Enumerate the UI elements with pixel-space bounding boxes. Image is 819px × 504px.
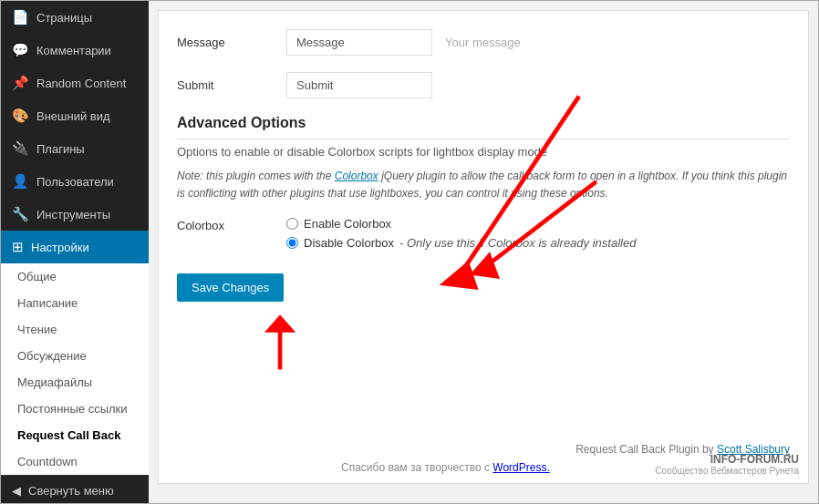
svg-marker-5 (267, 316, 293, 331)
colorbox-row: Colorbox Enable Colorbox Disable Colorbo… (177, 217, 790, 250)
watermark-line2: Сообщество Вебмастеров Рунета (655, 466, 799, 476)
disable-colorbox-option[interactable]: Disable Colorbox - Only use this if Colo… (286, 236, 636, 250)
submenu-writing[interactable]: Написание (1, 290, 149, 316)
colorbox-options: Enable Colorbox Disable Colorbox - Only … (286, 217, 636, 250)
collapse-icon: ◀ (12, 484, 21, 498)
comments-icon: 💬 (12, 42, 29, 58)
settings-icon: ⊞ (12, 239, 24, 255)
advanced-options-desc: Options to enable or disable Colorbox sc… (177, 145, 790, 159)
tools-icon: 🔧 (12, 206, 29, 222)
message-input[interactable] (286, 29, 432, 56)
sidebar-item-pages[interactable]: 📄 Страницы (1, 1, 149, 34)
submenu-general[interactable]: Общие (1, 263, 149, 290)
submenu-countdown[interactable]: Countdown (1, 448, 149, 475)
submenu-media[interactable]: Медиафайлы (1, 369, 149, 396)
sidebar-item-settings[interactable]: ⊞ Настройки (1, 231, 149, 263)
watermark: INFO-FORUM.RU Сообщество Вебмастеров Рун… (655, 453, 799, 476)
sidebar-item-comments[interactable]: 💬 Комментарии (1, 34, 149, 67)
submenu-request-callback[interactable]: Request Call Back (1, 422, 149, 448)
svg-marker-1 (442, 262, 476, 288)
users-icon: 👤 (12, 173, 29, 190)
enable-colorbox-radio[interactable] (286, 218, 298, 230)
collapse-menu-button[interactable]: ◀ Свернуть меню (1, 475, 149, 504)
message-placeholder: Your message (445, 36, 521, 49)
disable-colorbox-radio[interactable] (286, 237, 298, 249)
colorbox-link[interactable]: Colorbox (335, 170, 378, 182)
disable-colorbox-label: Disable Colorbox (304, 236, 394, 250)
sidebar-item-random[interactable]: 📌 Random Content (1, 67, 149, 99)
footer-wp-link[interactable]: WordPress. (492, 461, 549, 474)
disable-colorbox-note: - Only use this if Colorbox is already i… (399, 236, 636, 250)
main-content: Message Your message Submit Advanced Opt… (149, 1, 818, 503)
sidebar-bottom: ◀ Свернуть меню (1, 475, 149, 504)
pages-icon: 📄 (12, 9, 29, 26)
settings-submenu: Общие Написание Чтение Обсуждение Медиаф… (1, 263, 149, 475)
submit-row: Submit (177, 72, 790, 98)
appearance-icon: 🎨 (12, 108, 29, 124)
sidebar: 📄 Страницы 💬 Комментарии 📌 Random Conten… (1, 1, 149, 503)
submit-label: Submit (177, 78, 286, 92)
submenu-reading[interactable]: Чтение (1, 316, 149, 343)
save-changes-button[interactable]: Save Changes (177, 273, 284, 302)
advanced-options-note: Note: this plugin comes with the Colorbo… (177, 168, 790, 202)
watermark-line1: INFO-FORUM.RU (655, 453, 799, 466)
svg-marker-3 (472, 254, 498, 277)
sidebar-item-plugins[interactable]: 🔌 Плагины (1, 132, 149, 165)
message-row: Message Your message (177, 29, 790, 56)
submenu-permalinks[interactable]: Постоянные ссылки (1, 396, 149, 422)
plugins-icon: 🔌 (12, 140, 29, 157)
enable-colorbox-label: Enable Colorbox (304, 217, 391, 231)
colorbox-label: Colorbox (177, 217, 286, 250)
enable-colorbox-option[interactable]: Enable Colorbox (286, 217, 636, 231)
sidebar-item-tools[interactable]: 🔧 Инструменты (1, 198, 149, 231)
submenu-discussion[interactable]: Обсуждение (1, 343, 149, 369)
footer-thanks: Спасибо вам за творчество с WordPress. (341, 461, 550, 474)
random-icon: 📌 (12, 75, 29, 91)
advanced-options-title: Advanced Options (177, 115, 790, 139)
message-label: Message (177, 36, 286, 49)
sidebar-item-appearance[interactable]: 🎨 Внешний вид (1, 99, 149, 132)
content-area: Message Your message Submit Advanced Opt… (158, 10, 809, 484)
sidebar-item-users[interactable]: 👤 Пользователи (1, 165, 149, 198)
submit-input[interactable] (286, 72, 432, 98)
